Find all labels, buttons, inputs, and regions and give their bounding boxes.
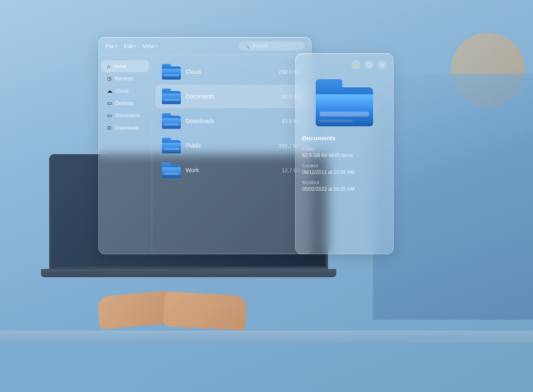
- info-panel: ★ ⓘ ⊖ Documents Folder 62.5 GB for 6845 …: [295, 53, 394, 254]
- documents-icon: ▭: [107, 112, 112, 119]
- file-info-documents: Documents: [186, 93, 282, 100]
- big-folder-icon: [316, 79, 373, 126]
- sidebar-item-downloads[interactable]: ⊙ Downloads: [101, 122, 149, 134]
- info-type-label: Folder: [302, 146, 387, 151]
- info-row-type: Folder 62.5 GB for 6845 items: [302, 146, 387, 159]
- folder-tab: [162, 89, 171, 93]
- sidebar-item-documents[interactable]: ▭ Documents: [101, 109, 149, 121]
- hand-right: [163, 292, 247, 330]
- folder-tab: [162, 138, 171, 142]
- folder-shine: [164, 74, 179, 76]
- folder-icon: [162, 113, 181, 129]
- recents-icon: ◷: [107, 75, 112, 82]
- hands-area: [82, 261, 287, 335]
- star-button[interactable]: ★: [351, 60, 360, 69]
- view-menu-chevron: ▾: [155, 44, 157, 48]
- home-icon: ⌂: [107, 63, 110, 69]
- file-info-cloud: Cloud: [186, 68, 278, 75]
- search-input[interactable]: [252, 43, 301, 49]
- info-modified-label: Modified: [302, 180, 387, 185]
- person-shirt: [373, 74, 533, 320]
- file-menu[interactable]: File ▾: [105, 43, 117, 49]
- info-size-value: 62.5 GB for 6845 items: [302, 152, 387, 159]
- sidebar-item-home[interactable]: ⌂ Home: [101, 60, 149, 72]
- sidebar-item-recents[interactable]: ◷ Recents: [101, 73, 149, 84]
- sidebar-item-cloud[interactable]: ☁ Cloud: [101, 85, 149, 97]
- folder-tab: [162, 162, 171, 166]
- info-details: Documents Folder 62.5 GB for 6845 items …: [302, 134, 387, 196]
- folder-shine: [164, 99, 179, 101]
- downloads-icon: ⊙: [107, 125, 112, 131]
- sidebar: ⌂ Home ◷ Recents ☁ Cloud ▭ Desktop ▭ Doc…: [99, 55, 152, 253]
- folder-icon: [162, 162, 181, 178]
- desktop-icon: ▭: [107, 100, 112, 106]
- folder-tab: [162, 113, 171, 117]
- cloud-icon: ☁: [107, 88, 112, 94]
- info-modified-value: 05/02/2022 at 08:25 AM: [302, 186, 387, 193]
- info-panel-header: ★ ⓘ ⊖: [302, 60, 387, 69]
- file-list: Cloud 258.3 MB Documents 62.5 GB: [152, 55, 311, 253]
- folder-shine: [164, 148, 179, 150]
- file-row-downloads[interactable]: Downloads 42.9 MB: [155, 109, 308, 133]
- sidebar-item-desktop[interactable]: ▭ Desktop: [101, 97, 149, 109]
- search-bar[interactable]: 🔍: [239, 41, 305, 50]
- file-row-cloud[interactable]: Cloud 258.3 MB: [155, 60, 308, 84]
- file-row-documents[interactable]: Documents 62.5 GB: [155, 84, 308, 108]
- folder-icon: [162, 64, 181, 80]
- big-folder-shine2: [320, 120, 353, 122]
- info-created-label: Created: [302, 163, 387, 168]
- file-manager-content: ⌂ Home ◷ Recents ☁ Cloud ▭ Desktop ▭ Doc…: [99, 55, 311, 253]
- file-menu-chevron: ▾: [115, 44, 117, 48]
- folder-shine: [164, 123, 179, 125]
- file-manager-window: File ▾ Edit ▾ View ▾ 🔍 ⌂ Home ◷ Recents: [98, 37, 312, 254]
- file-row-public[interactable]: Public 392.7 MB: [155, 134, 308, 157]
- file-info-downloads: Downloads: [186, 117, 282, 125]
- file-info-public: Public: [186, 142, 278, 149]
- folder-tab: [162, 64, 171, 68]
- info-created-value: 08/12/2011 at 10:56 AM: [302, 169, 387, 176]
- info-button[interactable]: ⓘ: [364, 60, 374, 69]
- toolbar: File ▾ Edit ▾ View ▾ 🔍: [99, 37, 311, 55]
- more-button[interactable]: ⊖: [378, 60, 387, 69]
- folder-icon: [162, 138, 181, 153]
- edit-menu[interactable]: Edit ▾: [124, 43, 136, 49]
- big-folder-shine: [320, 112, 369, 116]
- view-menu[interactable]: View ▾: [143, 43, 157, 49]
- big-folder-tab: [316, 79, 342, 91]
- hand-left: [97, 290, 173, 329]
- info-title: Documents: [302, 134, 387, 141]
- file-row-work[interactable]: Work 12.7 GB: [155, 158, 308, 182]
- search-icon: 🔍: [244, 43, 250, 49]
- info-row-modified: Modified 05/02/2022 at 08:25 AM: [302, 180, 387, 193]
- edit-menu-chevron: ▾: [134, 44, 136, 48]
- info-row-created: Created 08/12/2011 at 10:56 AM: [302, 163, 387, 176]
- file-info-work: Work: [186, 166, 282, 174]
- folder-shine: [164, 173, 179, 175]
- folder-icon: [162, 89, 181, 104]
